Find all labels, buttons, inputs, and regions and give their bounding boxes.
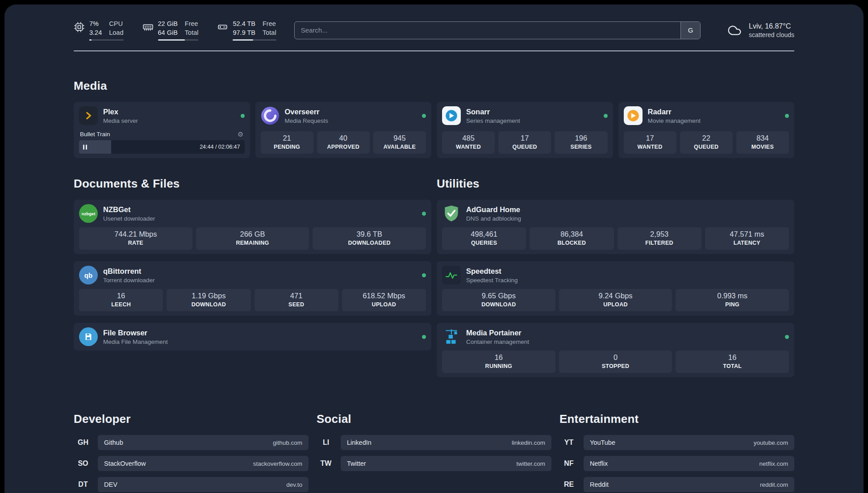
weather-widget[interactable]: Lviv, 16.87°C scattered clouds (726, 22, 794, 38)
bookmark-abbr: TW (317, 460, 335, 468)
filebrowser-icon (79, 327, 98, 346)
stat-label: FILTERED (619, 240, 700, 246)
search-input[interactable] (295, 22, 680, 39)
service-desc: Media server (103, 117, 138, 124)
service-desc: Movie management (648, 117, 701, 124)
bookmark-link-twitter[interactable]: Twitter twitter.com (341, 456, 551, 471)
stat-value: 17 (500, 134, 549, 142)
section-title-documents: Documents & Files (74, 177, 431, 191)
service-name: Sonarr (466, 108, 520, 116)
bookmark-link-dev[interactable]: DEV dev.to (98, 477, 309, 492)
section-documents: Documents & Files nzbget NZBGet Usenet d… (74, 177, 431, 358)
bookmark-link-linkedin[interactable]: LinkedIn linkedin.com (341, 435, 551, 450)
stat-value: 0 (561, 353, 671, 362)
bookmark-link-youtube[interactable]: YouTube youtube.com (584, 435, 794, 450)
service-card-speedtest[interactable]: Speedtest Speedtest Tracking 9.65 GbpsDO… (437, 261, 794, 316)
cloud-icon (726, 23, 743, 38)
stat-tile: 39.6 TBDOWNLOADED (313, 227, 426, 250)
stat-tile: 945AVAILABLE (373, 131, 426, 154)
search-provider-button[interactable]: G (680, 22, 700, 39)
memory-free-label: Free (185, 20, 199, 29)
service-desc: Speedtest Tracking (466, 277, 518, 284)
search-bar: G (294, 21, 701, 39)
status-dot (422, 273, 426, 277)
service-card-filebrowser[interactable]: File Browser Media File Management (74, 323, 431, 351)
status-dot (241, 114, 245, 118)
stat-value: 618.52 Mbps (344, 292, 424, 300)
stat-tile: 9.65 GbpsDOWNLOAD (442, 289, 555, 311)
bookmark-link-github[interactable]: Github github.com (98, 435, 309, 450)
service-card-qbittorrent[interactable]: qb qBittorrent Torrent downloader 16LEEC… (74, 261, 431, 316)
stat-label: RATE (81, 240, 191, 246)
bookmark-abbr: LI (317, 439, 335, 447)
service-card-plex[interactable]: Plex Media server Bullet Train ⚙ 24:44 (74, 102, 250, 158)
service-desc: Torrent downloader (103, 277, 155, 284)
service-name: AdGuard Home (466, 205, 521, 214)
service-card-sonarr[interactable]: Sonarr Series management 485WANTED 17QUE… (437, 102, 613, 158)
stat-value: 9.24 Gbps (561, 292, 671, 300)
bookmark-row: DT DEV dev.to (74, 477, 309, 492)
bookmark-link-stackoverflow[interactable]: StackOverflow stackoverflow.com (98, 456, 309, 471)
stat-tile: 266 GBREMAINING (196, 227, 309, 250)
stat-tile: 16LEECH (79, 289, 163, 311)
service-name: Speedtest (466, 267, 518, 276)
stat-tile: 834MOVIES (736, 131, 789, 154)
service-card-nzbget[interactable]: nzbget NZBGet Usenet downloader 744.21 M… (74, 200, 431, 254)
bookmark-abbr: RE (559, 480, 578, 489)
stat-value: 86,384 (531, 230, 612, 238)
stat-label: DOWNLOAD (168, 301, 249, 308)
stat-value: 0.993 ms (677, 292, 787, 300)
stat-label: STOPPED (561, 363, 671, 369)
stat-value: 834 (738, 134, 787, 142)
stat-value: 16 (444, 353, 554, 362)
bookmark-link-reddit[interactable]: Reddit reddit.com (584, 477, 794, 492)
stat-value: 2,953 (619, 230, 700, 238)
bookmark-abbr: NF (559, 460, 578, 468)
stat-tile: 744.21 MbpsRATE (79, 227, 192, 250)
cpu-label: CPU (109, 20, 123, 29)
stat-value: 485 (444, 134, 493, 142)
service-card-adguard[interactable]: AdGuard Home DNS and adblocking 498,461Q… (437, 200, 794, 254)
bookmark-name: Github (104, 439, 123, 446)
bookmark-row: GH Github github.com (74, 435, 309, 450)
stat-label: UPLOAD (344, 301, 424, 308)
status-dot (422, 114, 426, 118)
stat-label: AVAILABLE (375, 144, 424, 150)
stat-label: RUNNING (444, 363, 554, 369)
gear-icon[interactable]: ⚙ (238, 131, 243, 138)
pause-icon[interactable] (83, 145, 87, 150)
memory-total-label: Total (185, 29, 199, 38)
service-card-overseerr[interactable]: Overseerr Media Requests 21PENDING 40APP… (255, 102, 432, 158)
stat-tile: 40APPROVED (317, 131, 370, 154)
bookmark-name: Reddit (590, 481, 609, 488)
disk-free: 52.4 TB (233, 20, 255, 29)
stat-tile: 0STOPPED (559, 351, 672, 373)
portainer-icon (442, 327, 461, 346)
stat-value: 196 (556, 134, 605, 142)
stat-label: WANTED (444, 144, 493, 150)
stat-value: 744.21 Mbps (81, 230, 191, 238)
stat-tile: 0.993 msPING (676, 289, 789, 311)
service-card-portainer[interactable]: Media Portainer Container management 16R… (437, 323, 794, 377)
stat-tile: 22QUEUED (680, 131, 733, 154)
stat-value: 16 (81, 292, 161, 300)
stat-label: QUEUED (682, 144, 731, 150)
stat-value: 266 GB (198, 230, 308, 238)
memory-usage-bar (158, 39, 199, 41)
stat-tile: 86,384BLOCKED (530, 227, 613, 250)
stat-tile: 16TOTAL (676, 351, 789, 373)
stat-label: QUERIES (444, 240, 524, 246)
stat-tile: 196SERIES (555, 131, 607, 154)
qbittorrent-icon: qb (79, 266, 98, 284)
bookmark-url: linkedin.com (512, 439, 545, 446)
cpu-load-label: Load (109, 29, 123, 38)
service-card-radarr[interactable]: Radarr Movie management 17WANTED 22QUEUE… (618, 102, 795, 158)
cpu-icon (74, 21, 85, 33)
disk-widget: 52.4 TB 97.9 TB Free Total (217, 20, 276, 41)
cpu-load: 3.24 (89, 29, 102, 38)
bookmark-link-netflix[interactable]: Netflix netflix.com (584, 456, 794, 471)
playback-progress-bar[interactable]: 24:44 / 02:06:47 (79, 140, 245, 154)
stat-label: QUEUED (500, 144, 549, 150)
stat-label: PENDING (263, 144, 312, 150)
memory-total: 64 GiB (158, 29, 178, 38)
